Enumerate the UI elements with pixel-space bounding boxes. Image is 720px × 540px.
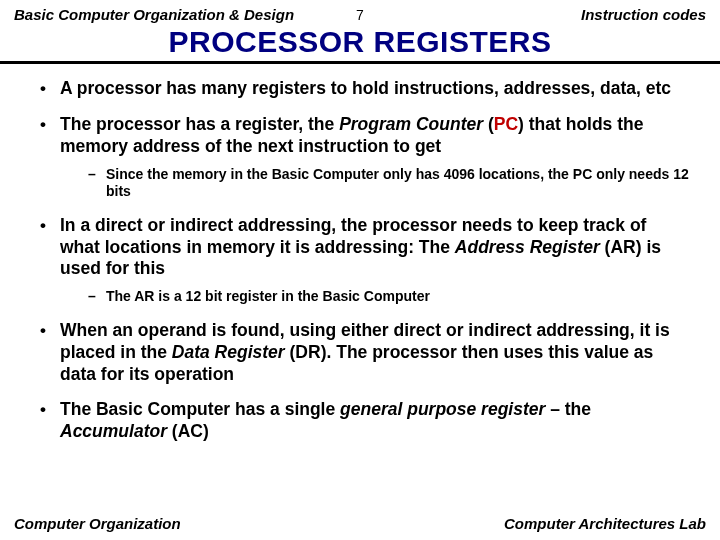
b4-dr-abbrev: DR bbox=[295, 342, 320, 362]
b3-address-register: Address Register bbox=[455, 237, 600, 257]
b5-part-e: ( bbox=[167, 421, 178, 441]
bullet-5: The Basic Computer has a single general … bbox=[40, 399, 690, 443]
b3s1-text: The AR is a 12 bit register in the Basic… bbox=[106, 288, 430, 304]
bullet-3: In a direct or indirect addressing, the … bbox=[40, 215, 690, 306]
b2s1-text: Since the memory in the Basic Computer o… bbox=[106, 166, 689, 200]
footer-right: Computer Architectures Lab bbox=[504, 515, 706, 532]
b5-gpr: general purpose register bbox=[340, 399, 545, 419]
bullet-3-sublist: The AR is a 12 bit register in the Basic… bbox=[88, 288, 690, 306]
slide: Basic Computer Organization & Design 7 I… bbox=[0, 0, 720, 540]
bullet-2-sub-1: Since the memory in the Basic Computer o… bbox=[88, 166, 690, 201]
b5-part-a: The Basic Computer has a single bbox=[60, 399, 340, 419]
header-left: Basic Computer Organization & Design bbox=[14, 6, 340, 23]
b2-part-c: ( bbox=[483, 114, 494, 134]
bullet-1-text: A processor has many registers to hold i… bbox=[60, 78, 671, 98]
header-right: Instruction codes bbox=[380, 6, 706, 23]
content-area: A processor has many registers to hold i… bbox=[0, 78, 720, 443]
bullet-2: The processor has a register, the Progra… bbox=[40, 114, 690, 201]
b2-pc-abbrev: PC bbox=[494, 114, 518, 134]
b3-part-c: ( bbox=[600, 237, 611, 257]
bullet-list: A processor has many registers to hold i… bbox=[40, 78, 690, 443]
bullet-4: When an operand is found, using either d… bbox=[40, 320, 690, 386]
b5-part-c: – the bbox=[545, 399, 591, 419]
header-bar: Basic Computer Organization & Design 7 I… bbox=[0, 6, 720, 23]
slide-title: PROCESSOR REGISTERS bbox=[0, 25, 720, 59]
b5-ac-abbrev: AC bbox=[178, 421, 203, 441]
bullet-1: A processor has many registers to hold i… bbox=[40, 78, 690, 100]
b5-part-g: ) bbox=[203, 421, 209, 441]
b5-accumulator: Accumulator bbox=[60, 421, 167, 441]
footer-left: Computer Organization bbox=[14, 515, 181, 532]
b4-part-c: ( bbox=[285, 342, 296, 362]
b2-part-a: The processor has a register, the bbox=[60, 114, 339, 134]
title-rule bbox=[0, 61, 720, 64]
bullet-2-sublist: Since the memory in the Basic Computer o… bbox=[88, 166, 690, 201]
header-page-number: 7 bbox=[340, 7, 380, 23]
footer-bar: Computer Organization Computer Architect… bbox=[0, 515, 720, 532]
bullet-3-sub-1: The AR is a 12 bit register in the Basic… bbox=[88, 288, 690, 306]
b3-ar-abbrev: AR bbox=[610, 237, 635, 257]
b2-program-counter: Program Counter bbox=[339, 114, 483, 134]
b4-data-register: Data Register bbox=[172, 342, 285, 362]
